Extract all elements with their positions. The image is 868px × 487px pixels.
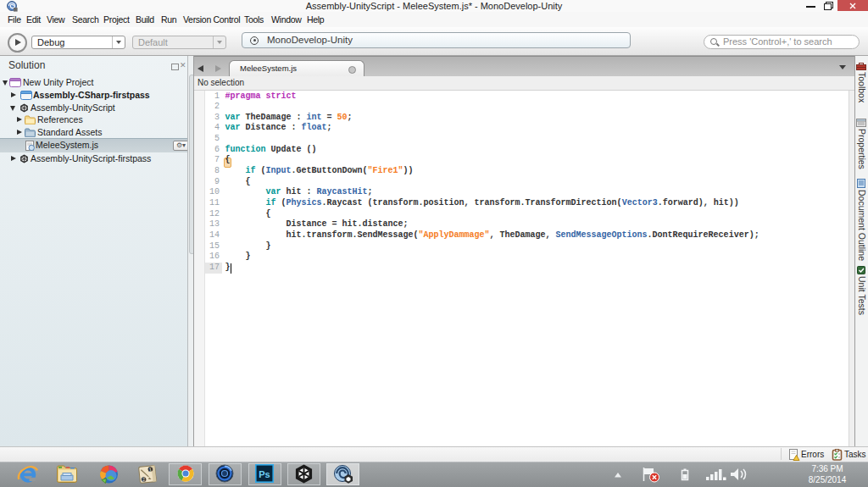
svg-text:Ps: Ps [259, 469, 270, 479]
svg-text:1: 1 [149, 467, 153, 472]
svg-text:2: 2 [142, 477, 146, 482]
